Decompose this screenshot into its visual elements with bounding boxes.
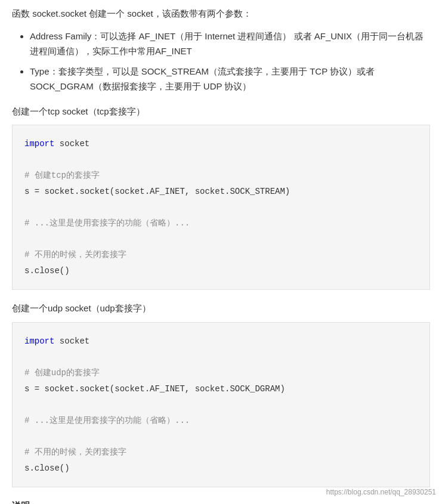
udp-comment-2: # ...这里是使用套接字的功能（省略）... <box>24 416 190 425</box>
bullet-item-1: Address Family：可以选择 AF_INET（用于 Internet … <box>30 29 430 59</box>
bullet-item-2: Type：套接字类型，可以是 SOCK_STREAM（流式套接字，主要用于 TC… <box>30 64 430 94</box>
udp-close: s.close() <box>24 463 70 473</box>
tcp-import-keyword: import <box>24 139 54 149</box>
tcp-comment-2: # ...这里是使用套接字的功能（省略）... <box>24 218 190 228</box>
tcp-code-block: import socket # 创建tcp的套接字 s = socket.soc… <box>12 125 430 290</box>
udp-create-socket: s = socket.socket(socket.AF_INET, socket… <box>24 384 285 394</box>
tcp-comment-3: # 不用的时候，关闭套接字 <box>24 250 126 259</box>
tcp-create-socket: s = socket.socket(socket.AF_INET, socket… <box>24 187 290 196</box>
intro-text: 函数 socket.socket 创建一个 socket，该函数带有两个参数： <box>12 6 430 21</box>
udp-import-socket: socket <box>54 336 89 346</box>
tcp-import-socket: socket <box>54 139 89 149</box>
explanation-heading: 说明 <box>12 498 430 504</box>
tcp-section-heading: 创建一个tcp socket（tcp套接字） <box>12 104 430 119</box>
udp-comment-3: # 不用的时候，关闭套接字 <box>24 447 126 457</box>
tcp-comment-1: # 创建tcp的套接字 <box>24 171 100 180</box>
udp-code-block: import socket # 创建udp的套接字 s = socket.soc… <box>12 322 430 487</box>
udp-import-keyword: import <box>24 336 54 346</box>
explanation-section: 说明 套接字使用流程 与 文件的使用流程很类似 创建套接字 使用套接字收/发数据… <box>12 498 430 504</box>
tcp-close: s.close() <box>24 266 70 276</box>
udp-comment-1: # 创建udp的套接字 <box>24 368 100 378</box>
watermark: https://blog.csdn.net/qq_28930251 <box>326 486 436 498</box>
bullet-list: Address Family：可以选择 AF_INET（用于 Internet … <box>12 29 430 94</box>
udp-section-heading: 创建一个udp socket（udp套接字） <box>12 301 430 316</box>
